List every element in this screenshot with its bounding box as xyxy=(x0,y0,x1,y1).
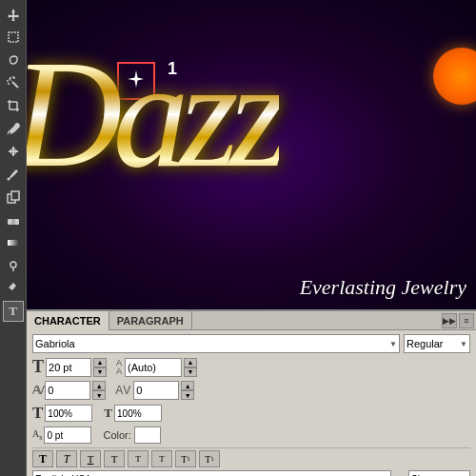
baseline-color-row: As 0 pt Color: xyxy=(32,426,470,444)
subscript-btn[interactable]: T1 xyxy=(199,450,220,467)
scale-row: T 100% T 100% xyxy=(32,404,470,423)
font-size-down[interactable]: ▼ xyxy=(93,367,107,377)
language-select[interactable]: English: USA ▼ xyxy=(32,470,391,476)
panel-divider xyxy=(32,447,470,448)
move-tool[interactable] xyxy=(3,4,24,25)
svg-point-23 xyxy=(10,262,16,268)
dodge-tool[interactable] xyxy=(3,255,24,276)
svg-marker-0 xyxy=(8,9,19,21)
vertical-scale-input[interactable]: 100% xyxy=(45,405,92,422)
svg-rect-1 xyxy=(9,32,18,42)
horizontal-scale-input[interactable]: 100% xyxy=(114,405,162,422)
italic-btn[interactable]: T xyxy=(56,450,77,467)
svg-line-13 xyxy=(8,130,10,134)
healing-tool[interactable] xyxy=(3,141,24,162)
content-area: Dazz 1 Everlasting Jewelry 2 xyxy=(27,0,476,476)
svg-rect-21 xyxy=(11,219,15,225)
character-panel: CHARACTER PARAGRAPH ▶▶ ≡ Gabriola ▼ Regu… xyxy=(27,309,476,476)
tracking-input[interactable]: 0 xyxy=(133,381,179,400)
font-name-select[interactable]: Gabriola ▼ xyxy=(32,334,400,353)
eraser-tool[interactable] xyxy=(3,209,24,230)
underline-btn[interactable]: T xyxy=(80,450,101,467)
gradient-tool[interactable] xyxy=(3,232,24,253)
panel-content: Gabriola ▼ Regular ▼ T 20 pt xyxy=(27,330,476,476)
font-name-label: Gabriola xyxy=(35,338,75,349)
horizontal-scale-icon: T xyxy=(104,406,112,421)
svg-point-8 xyxy=(13,77,15,79)
kerning-icon: AV xyxy=(32,384,43,397)
font-style-label: Regular xyxy=(407,338,444,349)
kerning-down[interactable]: ▼ xyxy=(92,390,106,400)
kerning-input[interactable]: 0 xyxy=(45,381,90,400)
leading-down[interactable]: ▼ xyxy=(184,367,197,377)
font-style-arrow: ▼ xyxy=(460,340,467,348)
lasso-tool[interactable] xyxy=(3,50,24,70)
brush-tool[interactable] xyxy=(3,164,24,185)
app-container: T Dazz 1 Everlasting J xyxy=(0,0,476,476)
font-size-input[interactable]: 20 pt xyxy=(46,358,91,377)
orange-decoration xyxy=(433,48,476,105)
vertical-scale-value: 100% xyxy=(48,408,72,419)
allcaps-btn[interactable]: T xyxy=(151,450,172,467)
color-swatch[interactable] xyxy=(134,426,161,444)
marquee-tool[interactable] xyxy=(3,27,24,48)
text-tool[interactable]: T xyxy=(3,301,24,322)
svg-point-7 xyxy=(8,83,10,85)
tracking-value: 0 xyxy=(136,385,142,396)
size-row: T 20 pt ▲ ▼ A A xyxy=(32,357,470,377)
leading-bot-label: A xyxy=(116,367,122,376)
svg-rect-22 xyxy=(8,240,19,246)
font-name-arrow: ▼ xyxy=(389,340,397,348)
tab-character[interactable]: CHARACTER xyxy=(27,311,109,330)
baseline-value: 0 pt xyxy=(47,430,63,441)
pen-tool[interactable] xyxy=(3,278,24,299)
svg-line-2 xyxy=(12,82,18,88)
toolbar: T xyxy=(0,0,27,476)
bottom-row: English: USA ▼ aa Sharp ▼ xyxy=(32,470,470,476)
clone-tool[interactable] xyxy=(3,187,24,208)
leading-up[interactable]: ▲ xyxy=(184,358,197,367)
baseline-input[interactable]: 0 pt xyxy=(44,426,91,444)
tracking-up[interactable]: ▲ xyxy=(181,381,194,390)
bold-btn[interactable]: T xyxy=(32,450,53,467)
panel-menu-btn[interactable]: ≡ xyxy=(459,313,474,328)
leading-value: (Auto) xyxy=(128,362,156,373)
font-size-stepper: ▲ ▼ xyxy=(93,358,107,377)
panel-expand-btn[interactable]: ▶▶ xyxy=(442,313,457,328)
panel-tabs: CHARACTER PARAGRAPH ▶▶ ≡ xyxy=(27,311,476,330)
leading-input[interactable]: (Auto) xyxy=(125,358,182,377)
tracking-icon: AV xyxy=(115,384,131,397)
font-size-up[interactable]: ▲ xyxy=(93,358,107,367)
svg-point-17 xyxy=(7,178,10,181)
tracking-stepper: ▲ ▼ xyxy=(181,381,194,400)
leading-stepper: ▲ ▼ xyxy=(184,358,197,377)
vertical-scale-icon: T xyxy=(32,404,43,423)
magic-wand-tool[interactable] xyxy=(3,72,24,93)
kern-track-row: AV 0 ▲ ▼ AV 0 xyxy=(32,381,470,400)
eyedropper-tool[interactable] xyxy=(3,118,24,139)
svg-point-6 xyxy=(7,80,9,82)
svg-point-4 xyxy=(10,77,11,79)
horizontal-scale-value: 100% xyxy=(117,408,142,419)
subtitle-text: Everlasting Jewelry xyxy=(300,275,466,300)
kerning-stepper: ▲ ▼ xyxy=(92,381,106,400)
tab-paragraph[interactable]: PARAGRAPH xyxy=(109,311,192,330)
color-label: Color: xyxy=(103,429,130,441)
font-style-select[interactable]: Regular ▼ xyxy=(404,334,470,353)
crop-tool[interactable] xyxy=(3,95,24,116)
font-size-value: 20 pt xyxy=(49,362,71,373)
format-row: T T T T T T T1 T1 xyxy=(32,450,470,467)
tracking-down[interactable]: ▼ xyxy=(181,390,194,400)
superscript-btn[interactable]: T1 xyxy=(175,450,196,467)
svg-rect-19 xyxy=(11,191,19,200)
panel-tab-extra: ▶▶ ≡ xyxy=(442,313,476,328)
canvas-area[interactable]: Dazz 1 Everlasting Jewelry 2 xyxy=(27,0,476,309)
smallcaps-btn[interactable]: T xyxy=(128,450,149,467)
kerning-value: 0 xyxy=(48,385,53,396)
baseline-icon: As xyxy=(32,428,42,442)
kerning-up[interactable]: ▲ xyxy=(92,381,106,390)
dazzle-text: Dazz xyxy=(27,38,279,190)
anti-alias-select[interactable]: Sharp ▼ xyxy=(408,470,470,476)
strikethrough-btn[interactable]: T xyxy=(104,450,125,467)
font-size-icon: T xyxy=(32,357,44,377)
